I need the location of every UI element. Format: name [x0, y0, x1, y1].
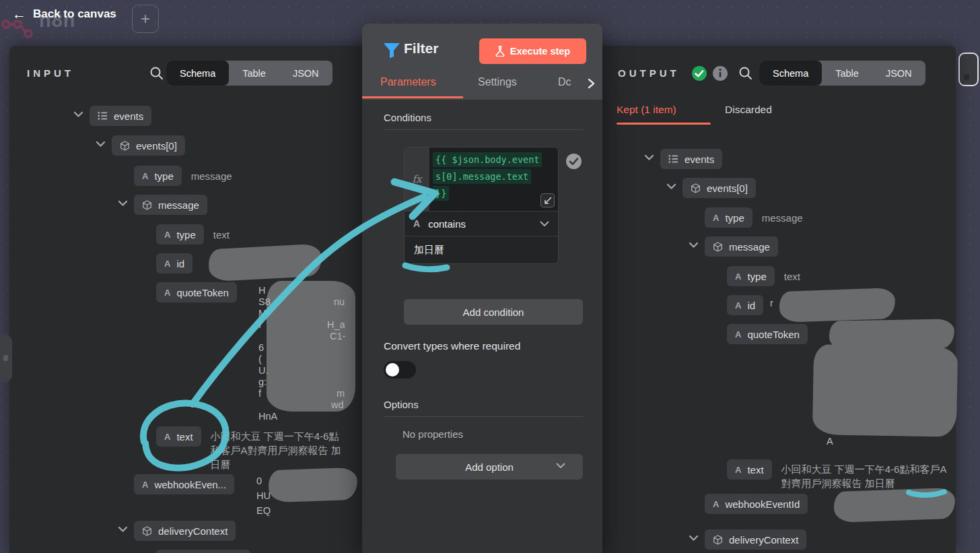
input-row-events: events — [90, 106, 151, 126]
output-key-pill[interactable]: Atype — [727, 266, 775, 286]
dialog-tab-settings[interactable]: Settings — [478, 76, 517, 88]
input-key-pill[interactable]: events[0] — [112, 135, 185, 156]
value-text: text — [213, 224, 230, 242]
value-fragment: r — [770, 298, 773, 308]
input-key-pill[interactable]: Atype — [156, 224, 204, 245]
output-panel-side-handle[interactable] — [958, 53, 979, 86]
output-key-pill[interactable]: events — [660, 149, 722, 169]
input-view-tabs: SchemaTableJSON — [166, 61, 332, 86]
add-option-dropdown[interactable]: Add option — [396, 454, 583, 480]
output-search-icon[interactable] — [738, 65, 753, 81]
input-key-pill[interactable]: deliveryContext — [134, 521, 236, 541]
input-row-text: Atext小回和大豆 下週一下午4-6點和客戶A對齊用戶洞察報告 加日曆 — [156, 426, 343, 471]
input-row-partial — [156, 550, 250, 553]
input-key-pill[interactable] — [156, 550, 250, 553]
output-key-pill[interactable]: Atext — [727, 459, 772, 480]
output-key-pill[interactable]: events[0] — [682, 178, 756, 198]
output-key-pill[interactable]: message — [705, 236, 778, 257]
input-key-pill[interactable]: AquoteToken — [156, 282, 237, 302]
key-label: deliveryContext — [729, 534, 798, 546]
dialog-tab-parameters[interactable]: Parameters — [380, 76, 436, 88]
add-node-button[interactable]: + — [132, 5, 159, 33]
options-label: Options — [384, 399, 419, 410]
collapse-chevron-icon[interactable] — [118, 200, 128, 207]
kept-tab-underline — [617, 123, 711, 125]
input-key-pill[interactable]: Atext — [156, 426, 201, 447]
value-fragment: HU — [256, 490, 271, 501]
collapse-chevron-icon[interactable] — [118, 526, 128, 533]
redaction-scribble — [833, 488, 955, 523]
value-fragment: A — [827, 436, 833, 447]
input-key-pill[interactable]: AwebhookEven... — [134, 474, 234, 494]
expression-line: {{ $json.body.event — [433, 152, 542, 167]
input-key-pill[interactable]: events — [90, 106, 151, 126]
expand-expression-icon[interactable] — [540, 193, 555, 207]
execute-step-button[interactable]: Execute step — [479, 38, 586, 64]
back-arrow-icon: ← — [12, 7, 26, 21]
string-type-icon: A — [164, 288, 170, 298]
key-label: id — [176, 258, 184, 269]
operator-select[interactable]: A contains — [405, 211, 558, 236]
output-tab-schema[interactable]: Schema — [759, 61, 822, 86]
dialog-tab-dc[interactable]: Dc — [558, 76, 571, 88]
collapse-chevron-icon[interactable] — [644, 154, 654, 161]
collapse-chevron-icon[interactable] — [73, 111, 83, 118]
expression-editor[interactable]: fx {{ $json.body.event s[0].message.text… — [405, 148, 558, 211]
input-search-icon[interactable] — [149, 65, 164, 81]
collapse-chevron-icon[interactable] — [666, 183, 676, 190]
list-type-icon — [668, 154, 678, 164]
value-fragment: 0 — [256, 476, 262, 486]
tab-kept[interactable]: Kept (1 item) — [617, 104, 676, 116]
input-row-type: Atypetext — [156, 224, 230, 245]
collapse-chevron-icon[interactable] — [96, 141, 106, 148]
output-key-pill[interactable]: AwebhookEventId — [705, 494, 808, 514]
string-type-icon: A — [142, 480, 148, 490]
input-tab-schema[interactable]: Schema — [166, 61, 229, 86]
string-type-icon: A — [713, 499, 719, 509]
expression-code-area[interactable]: {{ $json.body.event s[0].message.text }} — [429, 148, 558, 211]
convert-types-toggle[interactable] — [384, 361, 416, 379]
key-label: events — [685, 154, 714, 165]
input-row-type: Atypemessage — [134, 166, 232, 186]
value-fragment: U. — [258, 365, 269, 376]
input-tab-table[interactable]: Table — [229, 61, 279, 86]
string-type-icon: A — [735, 271, 741, 282]
input-key-pill[interactable]: Atype — [134, 166, 182, 186]
value-fragment: wd — [331, 399, 344, 410]
collapse-chevron-icon[interactable] — [689, 535, 699, 542]
output-row-webhookEventId: AwebhookEventId — [705, 494, 808, 514]
value-fragment: nu — [334, 296, 345, 307]
output-success-check-icon — [691, 65, 707, 82]
filter-node-icon — [382, 42, 401, 59]
back-to-canvas-button[interactable]: ← Back to canvas — [12, 7, 116, 21]
output-key-pill[interactable]: Atype — [705, 207, 753, 228]
object-type-icon — [713, 242, 723, 252]
input-panel-drag-handle[interactable] — [0, 335, 12, 382]
condition-value-input[interactable]: 加日曆 — [405, 236, 558, 263]
tabs-overflow-chevron-icon[interactable] — [586, 77, 596, 90]
flask-icon — [495, 46, 505, 57]
add-condition-button[interactable]: Add condition — [404, 299, 583, 325]
output-key-pill[interactable]: deliveryContext — [705, 529, 806, 550]
output-key-pill[interactable]: AquoteToken — [727, 324, 808, 344]
output-tab-json[interactable]: JSON — [872, 61, 925, 86]
tab-discarded[interactable]: Discarded — [725, 104, 772, 116]
collapse-chevron-icon[interactable] — [689, 242, 699, 249]
key-label: text — [176, 431, 193, 443]
list-type-icon — [98, 111, 108, 121]
key-label: webhookEven... — [154, 479, 226, 490]
input-key-pill[interactable]: message — [134, 195, 207, 215]
no-properties-text: No properties — [403, 428, 463, 440]
output-key-pill[interactable]: Aid — [727, 295, 763, 315]
output-view-tabs: SchemaTableJSON — [759, 61, 925, 86]
input-row-webhookEven...: AwebhookEven...0HUEQ — [134, 474, 234, 494]
input-row-deliveryContext: deliveryContext — [134, 521, 236, 541]
value-text: message — [762, 207, 803, 225]
input-key-pill[interactable]: Aid — [156, 253, 193, 273]
input-row-id: Aid1 — [156, 253, 193, 273]
output-info-icon[interactable] — [712, 65, 728, 82]
output-tab-table[interactable]: Table — [822, 61, 872, 86]
key-label: type — [747, 271, 766, 282]
input-tab-json[interactable]: JSON — [279, 61, 332, 86]
filter-node-settings-dialog: Filter Execute step Conditions fx {{ $js… — [362, 24, 602, 553]
